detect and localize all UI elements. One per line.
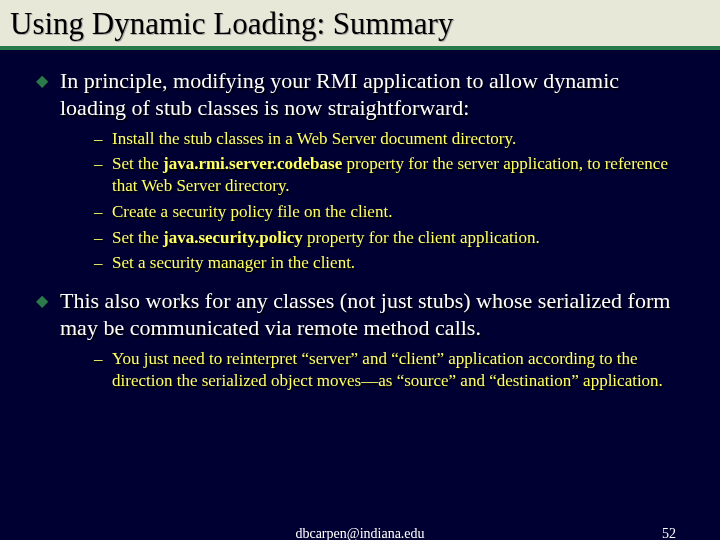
bullet-2-sublist: You just need to reinterpret “server” an…	[94, 348, 688, 392]
sub-1-1: Install the stub classes in a Web Server…	[94, 128, 688, 150]
bullet-1-text: In principle, modifying your RMI applica…	[60, 68, 619, 120]
bullet-1: In principle, modifying your RMI applica…	[32, 68, 688, 274]
bullet-list: In principle, modifying your RMI applica…	[32, 68, 688, 391]
bullet-2: This also works for any classes (not jus…	[32, 288, 688, 391]
bullet-2-text: This also works for any classes (not jus…	[60, 288, 670, 340]
sub-1-2: Set the java.rmi.server.codebase propert…	[94, 153, 688, 197]
bullet-1-sublist: Install the stub classes in a Web Server…	[94, 128, 688, 275]
sub-1-4-a: Set the	[112, 228, 163, 247]
sub-1-5: Set a security manager in the client.	[94, 252, 688, 274]
page-number: 52	[662, 526, 676, 540]
slide: Using Dynamic Loading: Summary In princi…	[0, 0, 720, 391]
sub-1-2-b: java.rmi.server.codebase	[163, 154, 342, 173]
sub-2-1: You just need to reinterpret “server” an…	[94, 348, 688, 392]
sub-1-4-c: property for the client application.	[303, 228, 540, 247]
title-rule	[0, 46, 720, 50]
sub-1-2-a: Set the	[112, 154, 163, 173]
sub-1-4-b: java.security.policy	[163, 228, 303, 247]
slide-title: Using Dynamic Loading: Summary	[0, 0, 720, 46]
sub-1-3: Create a security policy file on the cli…	[94, 201, 688, 223]
sub-1-4: Set the java.security.policy property fo…	[94, 227, 688, 249]
footer-email: dbcarpen@indiana.edu	[295, 526, 424, 540]
